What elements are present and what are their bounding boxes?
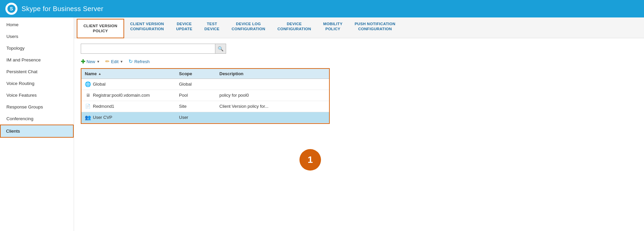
refresh-icon: ↻ <box>129 58 133 64</box>
policy-table: Name ▲ Scope Description 🌐 Global <box>81 68 330 124</box>
sidebar-item-topology[interactable]: Topology <box>0 42 74 54</box>
col-header-scope: Scope <box>176 69 216 79</box>
sidebar-item-voice-features[interactable]: Voice Features <box>0 89 74 101</box>
new-label: New <box>86 59 95 64</box>
row-2-name: 🖥 Registrar:pool0.vdomain.com <box>81 90 176 101</box>
table-header-row: Name ▲ Scope Description <box>81 69 329 79</box>
col-header-name[interactable]: Name ▲ <box>81 69 176 79</box>
app-title: Skype for Business Server <box>22 5 103 13</box>
sidebar-item-voice-routing[interactable]: Voice Routing <box>0 78 74 89</box>
tab-test-device[interactable]: TESTDEVICE <box>199 17 226 38</box>
new-icon: ✚ <box>81 58 85 65</box>
global-icon: 🌐 <box>85 81 91 87</box>
row-4-name: 👥 User CVP <box>81 112 176 123</box>
search-button[interactable]: 🔍 <box>215 44 226 54</box>
tab-device-config[interactable]: DEVICECONFIGURATION <box>271 17 317 38</box>
site-icon: 📄 <box>85 103 91 109</box>
table-row[interactable]: 🌐 Global Global <box>81 79 329 90</box>
sidebar-item-home[interactable]: Home <box>0 19 74 31</box>
sidebar-item-clients[interactable]: Clients <box>0 125 74 138</box>
sidebar: Home Users Topology IM and Presence Pers… <box>0 17 74 231</box>
search-input[interactable] <box>81 44 215 54</box>
user-icon: 👥 <box>85 114 91 121</box>
tab-device-update[interactable]: DEVICEUPDATE <box>170 17 198 38</box>
table-row[interactable]: 📄 Redmond1 Site Client Version policy fo… <box>81 101 329 112</box>
row-3-desc: Client Version policy for... <box>216 101 329 111</box>
row-2-desc: policy for pool0 <box>216 90 329 100</box>
tab-device-log-config[interactable]: DEVICE LOGCONFIGURATION <box>225 17 271 38</box>
sidebar-item-conferencing[interactable]: Conferencing <box>0 113 74 125</box>
search-bar: 🔍 <box>81 44 637 54</box>
row-3-scope: Site <box>176 101 216 111</box>
sidebar-item-response-groups[interactable]: Response Groups <box>0 101 74 113</box>
sort-arrow-name: ▲ <box>98 72 101 76</box>
sidebar-item-im-presence[interactable]: IM and Presence <box>0 54 74 66</box>
new-dropdown-arrow: ▼ <box>97 60 100 63</box>
edit-dropdown-arrow: ▼ <box>120 60 123 63</box>
main-content: CLIENT VERSIONPOLICY CLIENT VERSIONCONFI… <box>74 17 644 231</box>
main-layout: Home Users Topology IM and Presence Pers… <box>0 17 644 231</box>
col-header-description: Description <box>216 69 329 79</box>
refresh-button[interactable]: ↻ Refresh <box>129 58 150 64</box>
edit-label: Edit <box>111 59 118 64</box>
logo-letter: S <box>7 5 15 13</box>
row-2-scope: Pool <box>176 90 216 100</box>
app-header: S Skype for Business Server <box>0 0 644 17</box>
tab-push-notification[interactable]: PUSH NOTIFICATIONCONFIGURATION <box>349 17 401 38</box>
row-3-name: 📄 Redmond1 <box>81 101 176 112</box>
tab-bar: CLIENT VERSIONPOLICY CLIENT VERSIONCONFI… <box>74 17 644 38</box>
pool-icon: 🖥 <box>85 92 91 98</box>
edit-button[interactable]: ✏ Edit ▼ <box>105 58 123 64</box>
table-row[interactable]: 🖥 Registrar:pool0.vdomain.com Pool polic… <box>81 90 329 101</box>
tab-mobility-policy[interactable]: MOBILITYPOLICY <box>317 17 349 38</box>
step-badge-1: 1 <box>299 149 321 171</box>
edit-icon: ✏ <box>105 58 110 64</box>
row-1-desc <box>216 82 329 87</box>
toolbar: ✚ New ▼ ✏ Edit ▼ ↻ Refresh <box>81 58 637 65</box>
new-button[interactable]: ✚ New ▼ <box>81 58 100 65</box>
tab-client-version-policy[interactable]: CLIENT VERSIONPOLICY <box>77 19 124 38</box>
refresh-label: Refresh <box>134 59 150 64</box>
app-logo: S <box>5 3 17 15</box>
sidebar-item-users[interactable]: Users <box>0 31 74 42</box>
row-4-desc <box>216 115 329 120</box>
content-area: 🔍 ✚ New ▼ ✏ Edit ▼ ↻ Refresh <box>74 38 644 231</box>
tab-client-version-config[interactable]: CLIENT VERSIONCONFIGURATION <box>124 17 170 38</box>
row-1-scope: Global <box>176 79 216 89</box>
row-4-scope: User <box>176 112 216 122</box>
table-row[interactable]: 👥 User CVP User <box>81 112 329 123</box>
sidebar-item-persistent-chat[interactable]: Persistent Chat <box>0 66 74 78</box>
row-1-name: 🌐 Global <box>81 79 176 90</box>
